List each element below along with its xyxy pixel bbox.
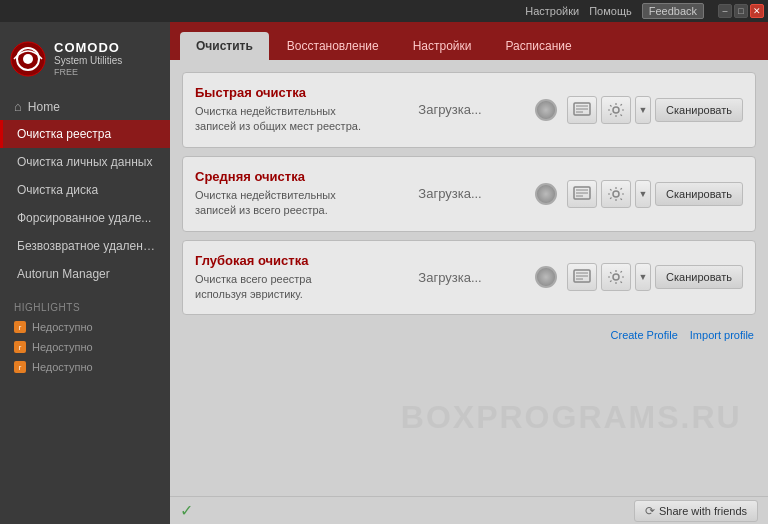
window-controls: – □ ✕ xyxy=(718,4,764,18)
help-link[interactable]: Помощь xyxy=(589,5,632,17)
scan-title-medium: Средняя очистка xyxy=(195,169,365,184)
scan-desc-fast: Очистка недействительных записей из общи… xyxy=(195,104,365,135)
scan-dropdown-fast[interactable]: ▼ xyxy=(635,96,651,124)
logo-area: COMODO System Utilities FREE xyxy=(0,32,170,93)
history-icon-medium xyxy=(573,186,591,202)
scan-title-fast: Быстрая очистка xyxy=(195,85,365,100)
logo-free-label: FREE xyxy=(54,67,122,77)
nav-home[interactable]: ⌂ Home xyxy=(0,93,170,120)
scan-info-deep: Глубокая очистка Очистка всего реестра и… xyxy=(195,253,365,303)
sidebar-item-registry-clean[interactable]: Очистка реестра xyxy=(0,120,170,148)
scan-spinner-fast xyxy=(535,99,557,121)
sidebar-item-force-delete[interactable]: Форсированное удале... xyxy=(0,204,170,232)
scan-button-medium[interactable]: Сканировать xyxy=(655,182,743,206)
import-profile-link[interactable]: Import profile xyxy=(690,329,754,341)
history-icon xyxy=(573,102,591,118)
minimize-button[interactable]: – xyxy=(718,4,732,18)
tab-settings[interactable]: Настройки xyxy=(397,32,488,60)
scan-card-deep: Глубокая очистка Очистка всего реестра и… xyxy=(182,240,756,316)
maximize-button[interactable]: □ xyxy=(734,4,748,18)
highlights-title: Highlights xyxy=(0,288,170,317)
settings-icon xyxy=(607,102,625,118)
scan-dropdown-medium[interactable]: ▼ xyxy=(635,180,651,208)
settings-icon-medium xyxy=(607,186,625,202)
share-label: Share with friends xyxy=(659,505,747,517)
scan-card-medium: Средняя очистка Очистка недействительных… xyxy=(182,156,756,232)
scan-spinner-deep xyxy=(535,266,557,288)
sidebar: COMODO System Utilities FREE ⌂ Home Очис… xyxy=(0,22,170,524)
feedback-button[interactable]: Feedback xyxy=(642,3,704,19)
svg-point-2 xyxy=(23,54,33,64)
highlight-item-0[interactable]: r Недоступно xyxy=(0,317,170,337)
scan-desc-deep: Очистка всего реестра используя эвристик… xyxy=(195,272,365,303)
scan-title-deep: Глубокая очистка xyxy=(195,253,365,268)
title-bar: Настройки Помощь Feedback – □ ✕ xyxy=(0,0,768,22)
logo-icon xyxy=(10,41,46,77)
rss-icon-2: r xyxy=(14,361,26,373)
sidebar-item-autorun[interactable]: Autorun Manager xyxy=(0,260,170,288)
content-area: Очистить Восстановление Настройки Распис… xyxy=(170,22,768,524)
sidebar-item-disk-clean[interactable]: Очистка диска xyxy=(0,176,170,204)
logo-subtitle-label: System Utilities xyxy=(54,55,122,67)
rss-icon-1: r xyxy=(14,341,26,353)
scan-status-deep: Загрузка... xyxy=(375,270,525,285)
share-button[interactable]: ⟳ Share with friends xyxy=(634,500,758,522)
sidebar-item-permanent-delete[interactable]: Безвозвратное удаление xyxy=(0,232,170,260)
highlight-label-1: Недоступно xyxy=(32,341,93,353)
scan-history-button-deep[interactable] xyxy=(567,263,597,291)
tab-clean[interactable]: Очистить xyxy=(180,32,269,60)
tab-bar: Очистить Восстановление Настройки Распис… xyxy=(170,22,768,60)
scan-settings-icon-medium[interactable] xyxy=(601,180,631,208)
scan-dropdown-deep[interactable]: ▼ xyxy=(635,263,651,291)
title-bar-links: Настройки Помощь Feedback xyxy=(4,3,704,19)
scan-button-fast[interactable]: Сканировать xyxy=(655,98,743,122)
home-icon: ⌂ xyxy=(14,99,22,114)
svg-point-12 xyxy=(613,191,619,197)
close-button[interactable]: ✕ xyxy=(750,4,764,18)
settings-link[interactable]: Настройки xyxy=(525,5,579,17)
highlight-label-0: Недоступно xyxy=(32,321,93,333)
scan-actions-deep: ▼ Сканировать xyxy=(567,263,743,291)
watermark: BOXPROGRAMS.RU xyxy=(401,399,742,436)
highlight-item-1[interactable]: r Недоступно xyxy=(0,337,170,357)
logo-text: COMODO System Utilities FREE xyxy=(54,40,122,77)
nav-home-label: Home xyxy=(28,100,60,114)
highlight-label-2: Недоступно xyxy=(32,361,93,373)
scan-spinner-medium xyxy=(535,183,557,205)
check-icon: ✓ xyxy=(180,501,193,520)
scan-history-button-medium[interactable] xyxy=(567,180,597,208)
scan-actions-medium: ▼ Сканировать xyxy=(567,180,743,208)
scan-info-fast: Быстрая очистка Очистка недействительных… xyxy=(195,85,365,135)
scan-card-fast: Быстрая очистка Очистка недействительных… xyxy=(182,72,756,148)
bottom-links: Create Profile Import profile xyxy=(182,323,756,347)
scan-status-medium: Загрузка... xyxy=(375,186,525,201)
scan-desc-medium: Очистка недействительных записей из всег… xyxy=(195,188,365,219)
rss-icon-0: r xyxy=(14,321,26,333)
main-content: BOXPROGRAMS.RU Быстрая очистка Очистка н… xyxy=(170,60,768,496)
highlight-item-2[interactable]: r Недоступно xyxy=(0,357,170,377)
scan-settings-icon-fast[interactable] xyxy=(601,96,631,124)
scan-actions-fast: ▼ Сканировать xyxy=(567,96,743,124)
tab-schedule[interactable]: Расписание xyxy=(490,32,588,60)
logo-comodo-label: COMODO xyxy=(54,40,122,55)
bottom-bar: ✓ ⟳ Share with friends xyxy=(170,496,768,524)
settings-icon-deep xyxy=(607,269,625,285)
tab-restore[interactable]: Восстановление xyxy=(271,32,395,60)
scan-info-medium: Средняя очистка Очистка недействительных… xyxy=(195,169,365,219)
svg-point-7 xyxy=(613,107,619,113)
history-icon-deep xyxy=(573,269,591,285)
create-profile-link[interactable]: Create Profile xyxy=(611,329,678,341)
scan-status-fast: Загрузка... xyxy=(375,102,525,117)
scan-history-button-fast[interactable] xyxy=(567,96,597,124)
svg-point-17 xyxy=(613,274,619,280)
share-icon: ⟳ xyxy=(645,504,655,518)
scan-button-deep[interactable]: Сканировать xyxy=(655,265,743,289)
app-container: COMODO System Utilities FREE ⌂ Home Очис… xyxy=(0,22,768,524)
sidebar-item-personal-clean[interactable]: Очистка личных данных xyxy=(0,148,170,176)
scan-settings-icon-deep[interactable] xyxy=(601,263,631,291)
